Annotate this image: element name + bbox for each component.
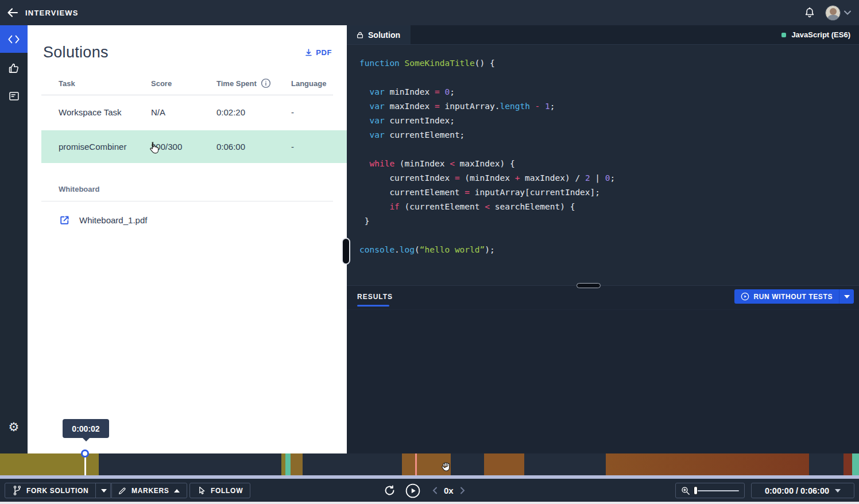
user-menu-chevron-down-icon[interactable] xyxy=(844,10,851,15)
zoom-slider[interactable] xyxy=(695,490,739,491)
back-arrow-icon xyxy=(6,6,20,20)
col-score: Score xyxy=(151,79,216,88)
code-line[interactable]: var currentElement; xyxy=(359,128,859,142)
gear-icon: ⚙ xyxy=(9,420,20,434)
whiteboard-section-title: Whiteboard xyxy=(59,185,347,193)
external-link-icon xyxy=(59,214,71,226)
editor-tabbar: Solution JavaScript (ES6) xyxy=(347,25,859,45)
speed-control: 0x xyxy=(432,486,465,495)
notes-board-icon xyxy=(8,90,20,102)
lock-icon xyxy=(356,31,364,39)
code-line[interactable]: currentIndex = (minIndex + maxIndex) / 2… xyxy=(359,171,859,185)
run-options-caret[interactable] xyxy=(839,289,854,304)
cursor-arrow-icon xyxy=(197,486,206,495)
notifications-button[interactable] xyxy=(800,3,819,22)
speed-decrease-chevron[interactable] xyxy=(432,487,437,494)
thumbs-up-icon xyxy=(7,62,20,75)
code-line[interactable]: console.log(“hello world”); xyxy=(359,243,859,257)
code-line[interactable]: var minIndex = 0; xyxy=(359,85,859,99)
table-row-workspace-task[interactable]: Workspace Task N/A 0:02:20 - xyxy=(41,95,347,129)
language-dot-icon xyxy=(781,33,786,37)
page-title: INTERVIEWS xyxy=(25,9,79,17)
divider xyxy=(41,201,333,201)
play-circle-icon xyxy=(741,292,749,301)
playback-controls-bar: FORK SOLUTION MARKERS FOLLOW xyxy=(0,479,859,502)
info-icon[interactable] xyxy=(261,78,271,88)
download-icon xyxy=(304,48,313,57)
interview-playback-app: INTERVIEWS xyxy=(0,0,859,504)
results-panel: RESULTS RUN WITHOUT TESTS xyxy=(347,285,859,453)
speed-increase-chevron[interactable] xyxy=(461,487,465,494)
restart-button[interactable] xyxy=(384,484,396,497)
markers-button[interactable]: MARKERS xyxy=(110,483,187,498)
code-line[interactable]: var maxIndex = inputArray.length - 1; xyxy=(359,99,859,114)
window-bottom-edge xyxy=(0,502,859,504)
timeline-tooltip: 0:00:02 xyxy=(63,419,109,438)
fork-options-caret[interactable] xyxy=(95,483,111,498)
timeline-segment[interactable] xyxy=(852,453,859,475)
code-line[interactable] xyxy=(359,142,859,157)
settings-button[interactable]: ⚙ xyxy=(0,420,28,434)
zoom-slider-thumb[interactable] xyxy=(694,486,698,495)
active-tab-underline xyxy=(357,305,389,307)
sidebar-item-notes[interactable] xyxy=(0,82,28,110)
sidebar: ⚙ xyxy=(0,25,28,453)
code-line[interactable]: currentElement = inputArray[currentIndex… xyxy=(359,185,859,200)
pencil-icon xyxy=(118,486,127,495)
vertical-drag-handle[interactable] xyxy=(342,238,350,265)
time-display[interactable]: 0:00:00 / 0:06:00 xyxy=(751,483,854,498)
fork-solution-button[interactable]: FORK SOLUTION xyxy=(5,483,112,498)
tab-results[interactable]: RESULTS xyxy=(357,293,393,301)
sidebar-item-code[interactable] xyxy=(0,25,28,53)
code-line[interactable]: function SomeKindaTitle() { xyxy=(359,56,859,71)
solutions-panel: Solutions PDF Task Score Time Spent Lang… xyxy=(28,25,347,453)
back-button[interactable] xyxy=(0,0,25,25)
code-icon xyxy=(7,34,20,44)
code-line[interactable]: if (currentElement < searchElement) { xyxy=(359,200,859,214)
col-language: Language xyxy=(291,79,343,88)
follow-button[interactable]: FOLLOW xyxy=(189,483,250,498)
code-line[interactable] xyxy=(359,228,859,243)
code-line[interactable]: var currentIndex; xyxy=(359,114,859,128)
code-line[interactable] xyxy=(359,71,859,85)
language-badge[interactable]: JavaScript (ES6) xyxy=(781,25,859,44)
zoom-plus-icon xyxy=(681,486,690,495)
table-row-promise-combiner[interactable]: promiseCombiner 300/300 0:06:00 - xyxy=(41,130,347,163)
play-button[interactable] xyxy=(405,483,420,498)
caret-down-icon xyxy=(835,489,841,493)
col-task: Task xyxy=(41,79,151,88)
timeline-segment[interactable] xyxy=(402,453,451,475)
solutions-table: Task Score Time Spent Language Workspace… xyxy=(41,76,347,163)
speed-value: 0x xyxy=(444,486,454,495)
timeline-segment[interactable] xyxy=(484,453,524,475)
timeline-zoom-control xyxy=(675,483,745,498)
code-line[interactable]: } xyxy=(359,214,859,228)
timeline-track xyxy=(0,453,859,475)
horizontal-drag-handle[interactable] xyxy=(576,283,601,288)
editor-panel: Solution JavaScript (ES6) function SomeK… xyxy=(347,25,859,453)
code-lines[interactable]: function SomeKindaTitle() { var minIndex… xyxy=(347,45,859,285)
cursor-time-line xyxy=(415,453,417,478)
timeline-segment[interactable] xyxy=(606,453,809,475)
avatar[interactable] xyxy=(825,5,841,21)
whiteboard-file-link[interactable]: Whiteboard_1.pdf xyxy=(59,214,347,226)
timeline-segment[interactable] xyxy=(281,453,285,475)
timeline-segment[interactable] xyxy=(291,453,303,475)
caret-up-icon xyxy=(174,489,180,493)
topbar: INTERVIEWS xyxy=(0,0,859,25)
timeline-segment[interactable] xyxy=(843,453,852,475)
col-time: Time Spent xyxy=(216,78,291,88)
timeline-segment[interactable] xyxy=(285,453,291,475)
tab-solution[interactable]: Solution xyxy=(347,25,411,44)
fork-branch-icon xyxy=(12,485,22,496)
table-header-row: Task Score Time Spent Language xyxy=(41,76,347,90)
solutions-title: Solutions xyxy=(43,44,109,61)
bell-icon xyxy=(803,6,816,19)
run-without-tests-button[interactable]: RUN WITHOUT TESTS xyxy=(734,289,854,304)
download-pdf-button[interactable]: PDF xyxy=(304,48,332,57)
playback-timeline[interactable] xyxy=(0,453,859,475)
sidebar-item-feedback[interactable] xyxy=(0,55,28,82)
playhead[interactable] xyxy=(81,449,89,458)
code-line[interactable]: while (minIndex < maxIndex) { xyxy=(359,157,859,171)
